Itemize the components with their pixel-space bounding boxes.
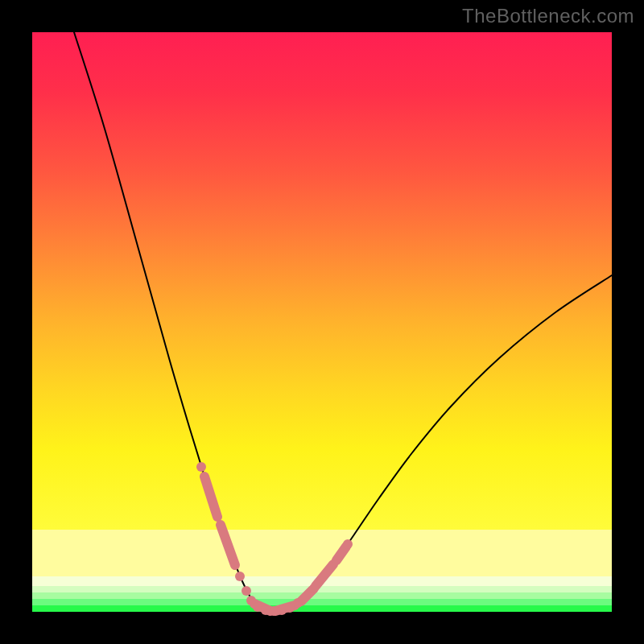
marker-dots-group <box>196 462 353 616</box>
marker-pill <box>221 525 235 565</box>
marker-dot <box>343 539 353 549</box>
bottleneck-curve <box>74 32 612 611</box>
marker-dot <box>235 572 245 581</box>
marker-pill <box>204 477 217 517</box>
marker-dot <box>309 584 319 593</box>
watermark-text: TheBottleneck.com <box>462 5 634 27</box>
plot-area <box>32 32 612 612</box>
marker-dot <box>196 462 206 472</box>
marker-dot <box>285 603 295 613</box>
marker-pill <box>336 547 346 560</box>
marker-pills-group <box>204 477 346 611</box>
marker-pill <box>316 564 333 586</box>
chart-svg <box>32 32 612 612</box>
chart-frame: TheBottleneck.com <box>0 0 644 644</box>
marker-dot <box>293 598 303 608</box>
marker-dot <box>242 586 251 596</box>
